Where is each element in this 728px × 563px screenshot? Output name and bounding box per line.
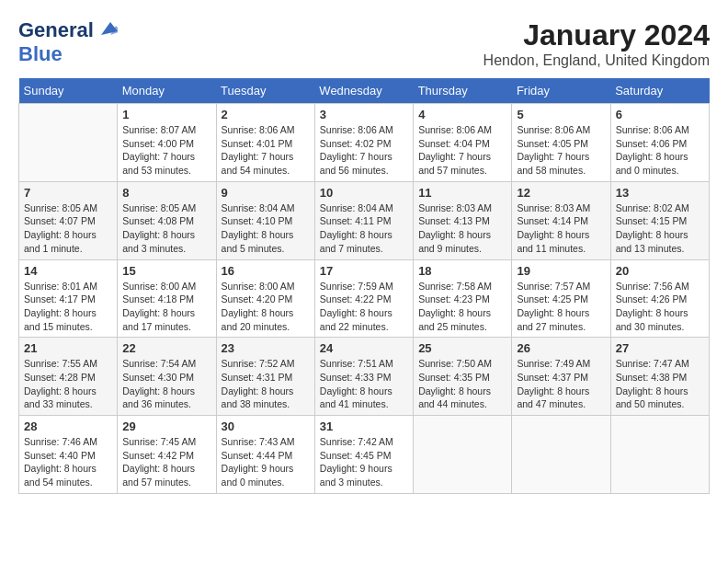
calendar-table: SundayMondayTuesdayWednesdayThursdayFrid… — [18, 78, 710, 494]
day-number: 17 — [320, 264, 408, 278]
day-info: Sunrise: 7:45 AMSunset: 4:42 PMDaylight:… — [122, 435, 210, 489]
day-header-wednesday: Wednesday — [314, 78, 413, 104]
day-info: Sunrise: 7:56 AMSunset: 4:26 PMDaylight:… — [616, 280, 704, 334]
day-info: Sunrise: 8:06 AMSunset: 4:05 PMDaylight:… — [517, 123, 605, 178]
calendar-cell: 5Sunrise: 8:06 AMSunset: 4:05 PMDaylight… — [512, 104, 610, 182]
calendar-cell: 31Sunrise: 7:42 AMSunset: 4:45 PMDayligh… — [314, 416, 413, 494]
day-info: Sunrise: 8:07 AMSunset: 4:00 PMDaylight:… — [122, 123, 210, 178]
page-header: General Blue January 2024 Hendon, Englan… — [18, 18, 710, 69]
calendar-cell: 27Sunrise: 7:47 AMSunset: 4:38 PMDayligh… — [610, 338, 709, 416]
day-info: Sunrise: 7:49 AMSunset: 4:37 PMDaylight:… — [517, 357, 605, 411]
day-header-monday: Monday — [118, 78, 216, 104]
calendar-cell: 15Sunrise: 8:00 AMSunset: 4:18 PMDayligh… — [118, 259, 216, 338]
calendar-cell: 4Sunrise: 8:06 AMSunset: 4:04 PMDaylight… — [414, 104, 512, 182]
day-info: Sunrise: 8:04 AMSunset: 4:10 PMDaylight:… — [222, 201, 310, 256]
calendar-cell: 25Sunrise: 7:50 AMSunset: 4:35 PMDayligh… — [414, 338, 512, 416]
calendar-cell — [414, 416, 512, 494]
day-info: Sunrise: 8:02 AMSunset: 4:15 PMDaylight:… — [616, 201, 704, 256]
calendar-cell: 14Sunrise: 8:01 AMSunset: 4:17 PMDayligh… — [19, 259, 118, 338]
day-number: 24 — [320, 341, 408, 355]
day-info: Sunrise: 8:06 AMSunset: 4:06 PMDaylight:… — [616, 123, 704, 178]
day-info: Sunrise: 8:03 AMSunset: 4:13 PMDaylight:… — [418, 201, 506, 256]
day-info: Sunrise: 7:46 AMSunset: 4:40 PMDaylight:… — [24, 435, 112, 489]
calendar-cell: 9Sunrise: 8:04 AMSunset: 4:10 PMDaylight… — [216, 181, 314, 259]
day-number: 8 — [122, 186, 210, 200]
day-number: 31 — [320, 419, 408, 433]
day-number: 25 — [418, 341, 506, 355]
day-info: Sunrise: 8:04 AMSunset: 4:11 PMDaylight:… — [320, 201, 408, 256]
calendar-cell: 24Sunrise: 7:51 AMSunset: 4:33 PMDayligh… — [314, 338, 413, 416]
week-row-0: 1Sunrise: 8:07 AMSunset: 4:00 PMDaylight… — [19, 104, 710, 182]
day-number: 14 — [24, 264, 112, 278]
day-info: Sunrise: 7:55 AMSunset: 4:28 PMDaylight:… — [24, 357, 112, 411]
day-number: 4 — [418, 108, 506, 121]
calendar-cell: 30Sunrise: 7:43 AMSunset: 4:44 PMDayligh… — [216, 416, 314, 494]
calendar-cell: 28Sunrise: 7:46 AMSunset: 4:40 PMDayligh… — [19, 416, 118, 494]
day-header-tuesday: Tuesday — [216, 78, 314, 104]
day-number: 3 — [320, 108, 408, 121]
day-number: 6 — [616, 108, 704, 121]
week-row-2: 14Sunrise: 8:01 AMSunset: 4:17 PMDayligh… — [19, 259, 710, 338]
day-info: Sunrise: 8:03 AMSunset: 4:14 PMDaylight:… — [517, 201, 605, 256]
logo-icon — [97, 18, 118, 39]
day-info: Sunrise: 7:51 AMSunset: 4:33 PMDaylight:… — [320, 357, 408, 411]
day-number: 5 — [517, 108, 605, 121]
day-number: 12 — [517, 186, 605, 200]
day-info: Sunrise: 8:00 AMSunset: 4:18 PMDaylight:… — [122, 280, 210, 334]
calendar-cell: 2Sunrise: 8:06 AMSunset: 4:01 PMDaylight… — [216, 104, 314, 182]
day-info: Sunrise: 7:59 AMSunset: 4:22 PMDaylight:… — [320, 280, 408, 334]
day-info: Sunrise: 8:00 AMSunset: 4:20 PMDaylight:… — [222, 280, 310, 334]
day-info: Sunrise: 8:01 AMSunset: 4:17 PMDaylight:… — [24, 280, 112, 334]
calendar-cell: 7Sunrise: 8:05 AMSunset: 4:07 PMDaylight… — [19, 181, 118, 259]
day-number: 10 — [320, 186, 408, 200]
location: Hendon, England, United Kingdom — [483, 52, 710, 69]
day-number: 29 — [122, 419, 210, 433]
day-number: 9 — [222, 186, 310, 200]
day-number: 11 — [418, 186, 506, 200]
day-number: 7 — [24, 186, 112, 200]
day-number: 16 — [222, 264, 310, 278]
day-number: 30 — [222, 419, 310, 433]
day-number: 28 — [24, 419, 112, 433]
week-row-3: 21Sunrise: 7:55 AMSunset: 4:28 PMDayligh… — [19, 338, 710, 416]
calendar-cell: 29Sunrise: 7:45 AMSunset: 4:42 PMDayligh… — [118, 416, 216, 494]
logo-text-blue: Blue — [18, 42, 63, 65]
calendar-cell: 21Sunrise: 7:55 AMSunset: 4:28 PMDayligh… — [19, 338, 118, 416]
calendar-cell: 12Sunrise: 8:03 AMSunset: 4:14 PMDayligh… — [512, 181, 610, 259]
day-number: 21 — [24, 341, 112, 355]
calendar-cell: 26Sunrise: 7:49 AMSunset: 4:37 PMDayligh… — [512, 338, 610, 416]
day-number: 20 — [616, 264, 704, 278]
week-row-4: 28Sunrise: 7:46 AMSunset: 4:40 PMDayligh… — [19, 416, 710, 494]
day-header-sunday: Sunday — [19, 78, 118, 104]
calendar-cell: 1Sunrise: 8:07 AMSunset: 4:00 PMDaylight… — [118, 104, 216, 182]
day-info: Sunrise: 8:05 AMSunset: 4:07 PMDaylight:… — [24, 201, 112, 256]
day-header-thursday: Thursday — [414, 78, 512, 104]
day-number: 19 — [517, 264, 605, 278]
day-number: 13 — [616, 186, 704, 200]
calendar-cell — [512, 416, 610, 494]
day-info: Sunrise: 7:58 AMSunset: 4:23 PMDaylight:… — [418, 280, 506, 334]
calendar-cell — [19, 104, 118, 182]
week-row-1: 7Sunrise: 8:05 AMSunset: 4:07 PMDaylight… — [19, 181, 710, 259]
month-title: January 2024 — [483, 18, 710, 52]
day-info: Sunrise: 8:05 AMSunset: 4:08 PMDaylight:… — [122, 201, 210, 256]
calendar-cell: 10Sunrise: 8:04 AMSunset: 4:11 PMDayligh… — [314, 181, 413, 259]
day-info: Sunrise: 7:42 AMSunset: 4:45 PMDaylight:… — [320, 435, 408, 489]
calendar-cell: 16Sunrise: 8:00 AMSunset: 4:20 PMDayligh… — [216, 259, 314, 338]
day-number: 2 — [222, 108, 310, 121]
day-number: 26 — [517, 341, 605, 355]
day-number: 1 — [122, 108, 210, 121]
calendar-cell: 18Sunrise: 7:58 AMSunset: 4:23 PMDayligh… — [414, 259, 512, 338]
logo-text-general: General — [18, 18, 94, 42]
calendar-cell: 23Sunrise: 7:52 AMSunset: 4:31 PMDayligh… — [216, 338, 314, 416]
day-number: 23 — [222, 341, 310, 355]
logo: General Blue — [18, 18, 118, 66]
calendar-cell: 22Sunrise: 7:54 AMSunset: 4:30 PMDayligh… — [118, 338, 216, 416]
day-info: Sunrise: 7:47 AMSunset: 4:38 PMDaylight:… — [616, 357, 704, 411]
header-row: SundayMondayTuesdayWednesdayThursdayFrid… — [19, 78, 710, 104]
calendar-cell — [610, 416, 709, 494]
day-number: 15 — [122, 264, 210, 278]
day-number: 22 — [122, 341, 210, 355]
calendar-cell: 20Sunrise: 7:56 AMSunset: 4:26 PMDayligh… — [610, 259, 709, 338]
calendar-cell: 19Sunrise: 7:57 AMSunset: 4:25 PMDayligh… — [512, 259, 610, 338]
